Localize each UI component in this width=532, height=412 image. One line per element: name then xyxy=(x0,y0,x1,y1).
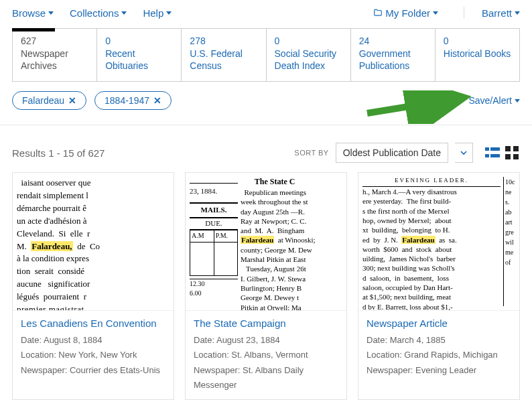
result-card[interactable]: 23, 1884. MAILS. DUE. A.MP.M. 12.306.00 … xyxy=(185,172,347,399)
chip-label: 1884-1947 xyxy=(105,95,149,106)
result-card[interactable]: iaisant ooserver que rendait simplement … xyxy=(12,172,174,399)
nav-browse[interactable]: Browse xyxy=(12,7,54,19)
nav-help[interactable]: Help xyxy=(143,7,172,19)
chevron-down-icon xyxy=(433,11,438,15)
result-date: Date: August 8, 1884 xyxy=(21,333,165,348)
folder-icon xyxy=(373,8,383,17)
tab-label: Recent Obituaries xyxy=(105,48,173,72)
tab-count: 0 xyxy=(105,36,173,46)
nav-my-folder[interactable]: My Folder xyxy=(373,7,438,19)
result-newspaper: Newspaper: St. Albans Daily Messenger xyxy=(194,363,338,393)
save-alert-label: Save/Alert xyxy=(468,95,512,106)
result-date: Date: August 23, 1884 xyxy=(194,333,338,348)
results-count: Results 1 - 15 of 627 xyxy=(12,147,105,159)
result-title[interactable]: Newspaper Article xyxy=(367,318,511,329)
tab-label: Government Publications xyxy=(359,48,427,72)
nav-collections[interactable]: Collections xyxy=(70,7,127,19)
chip-label: Falardeau xyxy=(22,95,64,106)
sort-by-label: SORT BY xyxy=(294,149,328,157)
result-newspaper: Newspaper: Courrier des Etats-Unis xyxy=(21,363,165,378)
svg-rect-8 xyxy=(505,154,511,159)
result-location: Location: St. Albans, Vermont xyxy=(194,348,338,362)
tab-count: 278 xyxy=(190,36,257,46)
section-divider xyxy=(0,125,532,125)
category-tabs: 627 Newspaper Archives 0 Recent Obituari… xyxy=(12,28,520,82)
sort-select-toggle[interactable] xyxy=(455,143,473,163)
filter-chips-row: Falardeau ✕ 1884-1947 ✕ Save/Alert xyxy=(12,91,520,110)
nav-help-label: Help xyxy=(143,7,163,19)
svg-rect-6 xyxy=(505,146,511,151)
tab-social-security-death-index[interactable]: 0 Social Security Death Index xyxy=(267,29,351,81)
chevron-down-icon xyxy=(515,11,520,15)
tab-newspaper-archives[interactable]: 627 Newspaper Archives xyxy=(13,29,97,81)
list-icon xyxy=(485,146,500,159)
filter-chip-range[interactable]: 1884-1947 ✕ xyxy=(94,91,172,110)
nav-account-label: Barrett xyxy=(482,7,512,19)
result-thumbnail: 23, 1884. MAILS. DUE. A.MP.M. 12.306.00 … xyxy=(186,173,346,311)
svg-rect-4 xyxy=(485,154,489,157)
tab-count: 24 xyxy=(359,36,427,46)
tab-label: Social Security Death Index xyxy=(275,48,342,72)
view-list-button[interactable] xyxy=(485,146,500,159)
tab-label: U.S. Federal Census xyxy=(190,48,257,72)
tab-label: Newspaper Archives xyxy=(21,48,88,72)
chevron-down-icon xyxy=(515,99,520,102)
divider xyxy=(464,7,464,19)
result-date: Date: March 4, 1885 xyxy=(367,333,511,348)
svg-rect-9 xyxy=(513,154,519,159)
svg-rect-5 xyxy=(490,154,500,157)
result-title[interactable]: Les Canadiens En Convention xyxy=(21,318,165,329)
tab-us-federal-census[interactable]: 278 U.S. Federal Census xyxy=(182,29,266,81)
nav-collections-label: Collections xyxy=(70,7,119,19)
chevron-down-icon xyxy=(166,11,172,15)
result-newspaper: Newspaper: Evening Leader xyxy=(367,363,511,378)
chevron-down-icon xyxy=(121,11,127,15)
tab-count: 627 xyxy=(21,36,88,46)
sort-select[interactable]: Oldest Publication Date xyxy=(336,143,448,163)
result-card[interactable]: EVENING LEADER. h., March 4.—A very disa… xyxy=(358,172,520,399)
tab-government-publications[interactable]: 24 Government Publications xyxy=(351,29,436,81)
top-navigation: Browse Collections Help My Folder Barret… xyxy=(0,0,532,23)
tab-recent-obituaries[interactable]: 0 Recent Obituaries xyxy=(97,29,182,81)
tab-historical-books[interactable]: 0 Historical Books xyxy=(436,29,519,81)
close-icon[interactable]: ✕ xyxy=(153,95,161,106)
save-alert-button[interactable]: Save/Alert xyxy=(468,95,520,106)
chevron-down-icon xyxy=(460,149,467,156)
sort-row: Results 1 - 15 of 627 SORT BY Oldest Pub… xyxy=(12,143,520,163)
tab-count: 0 xyxy=(275,36,342,46)
grid-icon xyxy=(505,146,519,159)
tab-label: Historical Books xyxy=(444,48,511,60)
svg-rect-3 xyxy=(490,147,500,151)
result-title[interactable]: The State Campaign xyxy=(194,318,338,329)
nav-browse-label: Browse xyxy=(12,7,46,19)
nav-account[interactable]: Barrett xyxy=(482,7,520,19)
tab-count: 0 xyxy=(444,36,511,46)
result-thumbnail: iaisant ooserver que rendait simplement … xyxy=(13,173,174,311)
result-thumbnail: EVENING LEADER. h., March 4.—A very disa… xyxy=(358,173,519,311)
result-location: Location: New York, New York xyxy=(21,348,165,362)
svg-rect-7 xyxy=(513,146,519,151)
svg-rect-2 xyxy=(485,147,489,151)
filter-chip-term[interactable]: Falardeau ✕ xyxy=(12,91,86,110)
result-location: Location: Grand Rapids, Michigan xyxy=(367,348,511,362)
results-grid: iaisant ooserver que rendait simplement … xyxy=(0,172,532,405)
chevron-down-icon xyxy=(48,11,54,15)
nav-my-folder-label: My Folder xyxy=(385,7,430,19)
view-grid-button[interactable] xyxy=(505,146,520,159)
close-icon[interactable]: ✕ xyxy=(68,95,76,106)
